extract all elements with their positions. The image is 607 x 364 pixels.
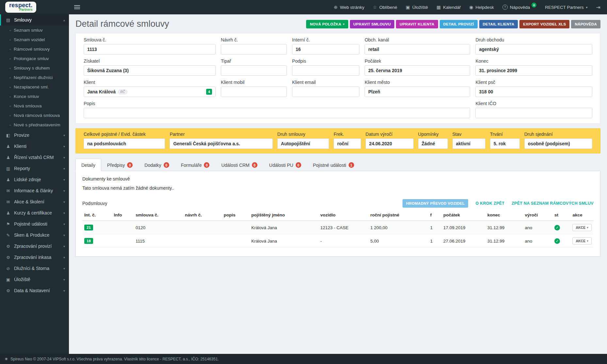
client-email-input[interactable] (292, 87, 359, 97)
sidebar-item-dluznici-storna[interactable]: ⊘ Dlužníci & Storna ▾ (0, 263, 69, 274)
sidebar-item-rizeni-vztahu-crm[interactable]: ♟ Řízení vztahů CRM ▾ (0, 152, 69, 163)
tab-dodatky[interactable]: Dodatky 0 (139, 159, 175, 171)
sidebar-item-kurzy-certifikace[interactable]: ♟ Kurzy & certifikace ▾ (0, 207, 69, 218)
sidebar-subitem-seznam-smluv[interactable]: ▫ Seznam smluv (0, 25, 69, 35)
tab-predpisy[interactable]: Předpisy 0 (101, 159, 139, 171)
topbar-item-napoveda[interactable]: ? Nápověda 0 (502, 5, 537, 10)
field-label: Tipař (221, 58, 287, 64)
duration-input[interactable] (490, 138, 520, 149)
sidebar-item-zpracovani-inkasa[interactable]: ⚙ Zpracování inkasa ▾ (0, 252, 69, 263)
anniversary-date-input[interactable] (366, 138, 414, 149)
sidebar-item-akce-skoleni[interactable]: ✉ Akce & školení ▾ (0, 196, 69, 207)
sidebar-subitem-nezaplacene-sml[interactable]: ▫ Nezaplacené sml. (0, 82, 69, 92)
sidebar-toggle-button[interactable] (69, 0, 85, 14)
topbar-item-web-stranky[interactable]: ⊕ Web stránky (334, 5, 365, 10)
row-actions-button[interactable]: AKCE ▾ (572, 224, 591, 231)
client-city-input[interactable] (365, 87, 470, 97)
sidebar-item-zpracovani-provizi[interactable]: ⚙ Zpracování provizí ▾ (0, 241, 69, 252)
gear-icon: ⚙ (5, 288, 11, 293)
export-vehicles-xls-button[interactable]: EXPORT VOZIDEL XLS (519, 20, 569, 28)
app-logo[interactable]: respect. Partners (0, 0, 69, 14)
proposal-number-input[interactable] (221, 44, 287, 55)
topbar-item-uloziste[interactable]: ▣ Úložiště (406, 5, 428, 10)
commission-detail-button[interactable]: DETAIL PROVIZÍ (440, 20, 478, 28)
sidebar-item-smlouvy[interactable]: ▤ Smlouvy ▴ (0, 14, 69, 25)
globe-icon: ⊕ (334, 5, 338, 10)
commissions-icon: ◧ (5, 133, 11, 138)
field-podpis: Podpis (292, 58, 359, 76)
new-item-button[interactable]: NOVÁ POLOŽKA ▾ (306, 20, 348, 28)
sidebar-item-sken-produkce[interactable]: ✎ Sken & Produkce ▾ (0, 229, 69, 241)
cell-desc (222, 234, 250, 248)
sidebar-subitem-neprirazeni-dluznici[interactable]: ▫ Nepřiřazení dlužníci (0, 73, 69, 82)
sidebar-item-informace-clanky[interactable]: ✉ Informace & články ▾ (0, 185, 69, 196)
sidebar-item-data-nastaveni[interactable]: ⚙ Data & Nastavení ▾ (0, 285, 69, 296)
sidebar-item-provize[interactable]: ◧ Provize ▾ (0, 130, 69, 141)
edit-contract-button[interactable]: UPRAVIT SMLOUVU (350, 20, 395, 28)
field-klient-ico: Klient IČO (475, 101, 592, 118)
sidebar-item-lidske-zdroje[interactable]: ♟ Lidské zdroje ▾ (0, 174, 69, 185)
sidebar-subitem-prolongace-smluv[interactable]: ▫ Prolongace smluv (0, 54, 69, 63)
arrangement-input[interactable] (524, 138, 592, 149)
sidebar-subitem-ramcove-smlouvy[interactable]: ▫ Rámcové smlouvy (0, 44, 69, 54)
back-to-list-link[interactable]: ZPĚT NA SEZNAM RÁMCOVÝCH SMLUV (512, 201, 594, 206)
edit-client-button[interactable]: UPRAVIT KLIENTA (396, 20, 438, 28)
sidebar-subitem-seznam-vozidel[interactable]: ▫ Seznam vozidel (0, 35, 69, 44)
tab-formulare[interactable]: Formuláře 0 (175, 159, 216, 171)
frequency-input[interactable] (334, 138, 361, 149)
sidebar-item-reporty[interactable]: ▥ Reporty ▾ (0, 163, 69, 174)
trade-type-input[interactable] (475, 44, 592, 55)
step-back-link[interactable]: O KROK ZPĚT (475, 201, 504, 206)
field-interni-c: Interní č. (292, 37, 359, 55)
logout-button[interactable]: ⇥ (596, 4, 600, 10)
int-number-badge[interactable]: 21 (84, 225, 93, 230)
sidebar-subitem-nove-s-prednastavenim[interactable]: ▫ Nové s přednastavením (0, 120, 69, 130)
star-icon: ☆ (373, 5, 377, 10)
client-input[interactable]: Jana Králová RČ 4 (84, 87, 216, 97)
help-button[interactable]: NÁPOVĚDA (571, 20, 600, 28)
total-premium-input[interactable] (84, 138, 165, 149)
field-konec: Konec (475, 58, 592, 76)
sidebar-subitem-smlouvy-s-dluhem[interactable]: ▫ Smlouvy s dluhem (0, 63, 69, 73)
client-zip-input[interactable] (475, 87, 592, 97)
tab-detaily[interactable]: Detaily (75, 159, 101, 171)
topbar-item-helpdesk[interactable]: ◉ Helpdesk (469, 5, 494, 10)
document-icon: ▫ (9, 95, 11, 99)
contract-type-input[interactable] (277, 138, 329, 149)
sidebar-item-uloziste[interactable]: ▣ Úložiště ▾ (0, 274, 69, 285)
bulk-vehicle-transfer-button[interactable]: HROMADNÝ PŘEVOD VOZIDEL (402, 199, 468, 208)
channel-input[interactable] (365, 44, 470, 55)
partner-input[interactable] (170, 138, 272, 149)
sidebar-item-klienti[interactable]: ♟ Klienti ▾ (0, 141, 69, 152)
status-input[interactable] (452, 138, 485, 149)
signature-input[interactable] (292, 65, 359, 76)
row-actions-button[interactable]: AKCE ▾ (572, 237, 591, 245)
client-ico-input[interactable] (475, 108, 592, 118)
sidebar-subitem-nova-ramcova-smlouva[interactable]: ▫ Nová rámcová smlouva (0, 111, 69, 120)
int-number-badge[interactable]: 18 (84, 238, 93, 244)
cell-end: 31.12.99 (485, 221, 523, 234)
topbar-item-oblibene[interactable]: ☆ Oblíbené (373, 5, 397, 10)
sidebar-subitem-konce-smluv[interactable]: ▫ Konce smluv (0, 92, 69, 101)
client-count-badge[interactable]: 4 (206, 89, 212, 95)
sidebar-item-pojistne-udalosti[interactable]: ⚑ Pojistné události ▾ (0, 218, 69, 229)
internal-number-input[interactable] (292, 44, 359, 55)
description-input[interactable] (84, 108, 470, 118)
end-date-input[interactable] (475, 65, 592, 76)
topbar-account-menu[interactable]: RESPECT Partners ▾ (545, 5, 587, 10)
tab-content-detaily: Dokumenty ke smlouvě Tato smlouva nemá z… (75, 171, 600, 257)
tab-udalosti-crm[interactable]: Události CRM 0 (215, 159, 263, 171)
start-date-input[interactable] (365, 65, 470, 76)
tipster-input[interactable] (221, 65, 287, 76)
acquirer-input[interactable] (84, 65, 216, 76)
tab-udalosti-pu[interactable]: Události PU 0 (263, 159, 307, 171)
client-mobile-input[interactable] (221, 87, 287, 97)
sidebar-subitem-nova-smlouva[interactable]: ▫ Nová smlouva (0, 101, 69, 111)
contract-number-input[interactable] (84, 44, 216, 55)
topbar-item-kalendar[interactable]: ▦ Kalendář (436, 5, 461, 10)
tab-label: Dodatky (144, 163, 161, 168)
document-icon: ▫ (9, 66, 11, 70)
client-detail-button[interactable]: DETAIL KLIENTA (479, 20, 518, 28)
tab-pojistne-udalosti[interactable]: Pojistné události 1 (307, 159, 360, 171)
reminders-input[interactable] (418, 138, 448, 149)
